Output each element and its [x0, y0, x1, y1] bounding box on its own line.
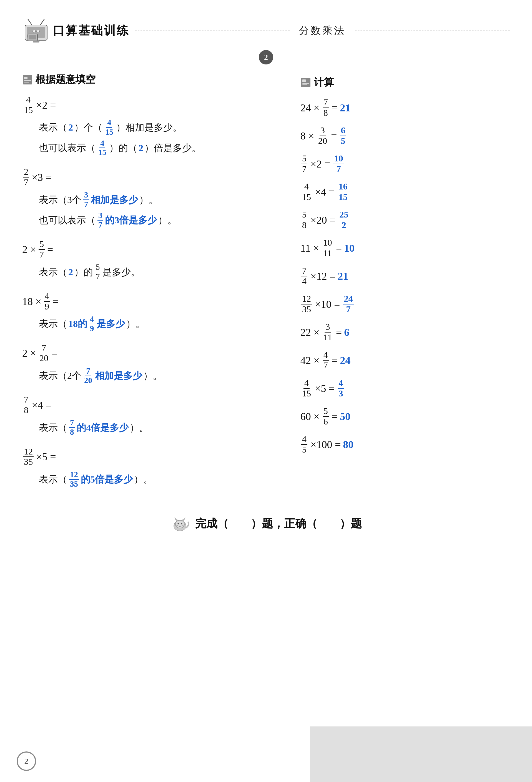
section-icon-right — [300, 77, 311, 88]
svg-line-3 — [40, 19, 44, 25]
header-subtitle: 分数乘法 — [291, 24, 354, 37]
problem-4-line1: 表示（ 18的 49 是多少 ）。 — [39, 315, 278, 333]
svg-rect-12 — [24, 82, 29, 82]
svg-rect-13 — [301, 78, 310, 87]
calc-11: 415 ×5 = 43 — [300, 378, 510, 398]
problem-1-expr: 415 ×2 = — [22, 95, 278, 115]
calc-8: 1235 ×10 = 247 — [300, 294, 510, 314]
svg-point-5 — [33, 30, 36, 33]
problem-2-expr: 27 ×3 = — [22, 167, 278, 187]
calc-6: 11 × 1011 = 10 — [300, 238, 510, 258]
problem-7-line1: 表示（ 1235 的5倍是多少 ）。 — [39, 470, 278, 489]
calc-13: 45 ×100 = 80 — [300, 434, 510, 455]
page-number-area: 2 — [22, 50, 510, 65]
problem-6-line1: 表示（ 78 的4倍是多少 ）。 — [39, 418, 278, 437]
problem-1: 415 ×2 = 表示（ 2 ）个（ 415 ）相加是多少。 也可以表示（ 41… — [22, 95, 278, 157]
svg-rect-14 — [302, 79, 306, 82]
calc-5: 58 ×20 = 252 — [300, 210, 510, 230]
bottom-page-number: 2 — [17, 751, 36, 771]
svg-point-18 — [176, 520, 184, 528]
header-subtitle-area: 分数乘法 — [135, 24, 510, 37]
problem-1-line1: 表示（ 2 ）个（ 415 ）相加是多少。 — [39, 118, 278, 137]
right-column: 计算 24 × 78 = 21 8 × 320 = 65 57 ×2 = 107 — [300, 73, 510, 499]
problem-4-expr: 18 × 49 = — [22, 291, 278, 311]
svg-point-6 — [37, 30, 39, 33]
calc-7: 74 ×12 = 21 — [300, 266, 510, 286]
problem-2-line2: 也可以表示（ 37 的3倍是多少 ）。 — [39, 211, 278, 229]
footer-text: 完成（ ）题，正确（ ）题 — [195, 516, 362, 531]
corner-decoration — [310, 726, 532, 782]
tv-icon — [22, 17, 50, 44]
cat-icon — [170, 515, 190, 532]
problem-4: 18 × 49 = 表示（ 18的 49 是多少 ）。 — [22, 291, 278, 333]
right-section-title: 计算 — [300, 76, 510, 89]
svg-point-22 — [181, 523, 182, 524]
left-section-title: 根据题意填空 — [22, 73, 278, 86]
header: 口算基础训练 分数乘法 — [22, 17, 510, 44]
calc-1: 24 × 78 = 21 — [300, 98, 510, 118]
main-content: 根据题意填空 415 ×2 = 表示（ 2 ）个（ 415 ）相加是多少。 也可… — [22, 73, 510, 499]
problem-7-expr: 1235 ×5 = — [22, 447, 278, 467]
svg-rect-15 — [302, 83, 309, 83]
problem-5: 2 × 720 = 表示（2个 720 相加是多少 ）。 — [22, 343, 278, 385]
svg-point-21 — [178, 523, 179, 524]
svg-rect-8 — [29, 35, 36, 39]
header-title: 口算基础训练 — [53, 23, 129, 38]
problem-2: 27 ×3 = 表示（3个 37 相加是多少 ）。 也可以表示（ 37 的3倍是… — [22, 167, 278, 229]
section-icon-left — [22, 74, 33, 85]
problem-3-line1: 表示（ 2 ）的 57 是多少。 — [39, 263, 278, 281]
calc-4: 415 ×4 = 1615 — [300, 182, 510, 202]
problem-6: 78 ×4 = 表示（ 78 的4倍是多少 ）。 — [22, 395, 278, 437]
left-column: 根据题意填空 415 ×2 = 表示（ 2 ）个（ 415 ）相加是多少。 也可… — [22, 73, 278, 499]
svg-rect-9 — [23, 75, 32, 84]
svg-rect-10 — [24, 77, 28, 79]
problem-2-line1: 表示（3个 37 相加是多少 ）。 — [39, 190, 278, 209]
problem-6-expr: 78 ×4 = — [22, 395, 278, 415]
problem-5-expr: 2 × 720 = — [22, 343, 278, 363]
svg-rect-16 — [302, 84, 307, 85]
footer: 完成（ ）题，正确（ ）题 — [22, 515, 510, 532]
calc-3: 57 ×2 = 107 — [300, 154, 510, 174]
svg-line-2 — [28, 19, 32, 25]
svg-rect-11 — [24, 80, 31, 81]
calc-10: 42 × 47 = 24 — [300, 350, 510, 370]
problem-3: 2 × 57 = 表示（ 2 ）的 57 是多少。 — [22, 239, 278, 281]
page: 口算基础训练 分数乘法 2 根据题意填空 — [0, 0, 532, 782]
calc-12: 60 × 56 = 50 — [300, 406, 510, 426]
problem-1-line2: 也可以表示（ 415 ）的（ 2 ）倍是多少。 — [39, 139, 278, 157]
page-circle: 2 — [259, 50, 273, 65]
calc-9: 22 × 311 = 6 — [300, 322, 510, 342]
calc-2: 8 × 320 = 65 — [300, 126, 510, 146]
problem-5-line1: 表示（2个 720 相加是多少 ）。 — [39, 367, 278, 385]
problem-7: 1235 ×5 = 表示（ 1235 的5倍是多少 ）。 — [22, 447, 278, 489]
problem-3-expr: 2 × 57 = — [22, 239, 278, 259]
